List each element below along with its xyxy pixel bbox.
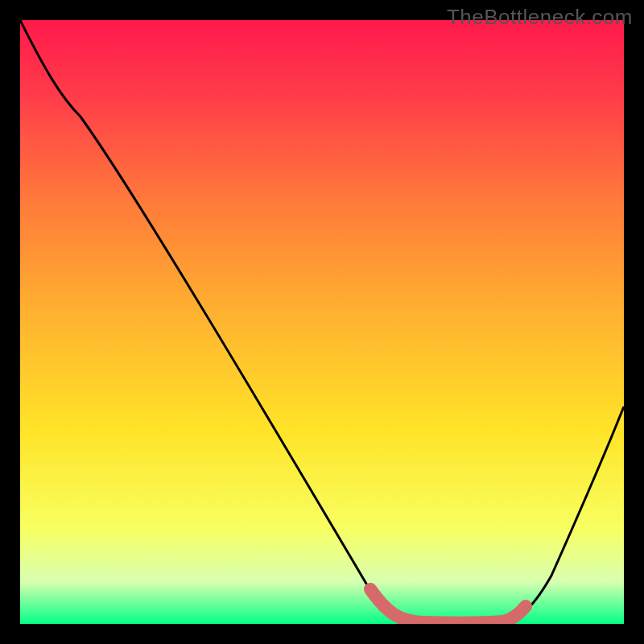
watermark-text: TheBottleneck.com (447, 5, 633, 30)
bottleneck-chart (20, 20, 624, 624)
chart-frame: TheBottleneck.com (0, 0, 644, 644)
gradient-background (20, 20, 624, 624)
